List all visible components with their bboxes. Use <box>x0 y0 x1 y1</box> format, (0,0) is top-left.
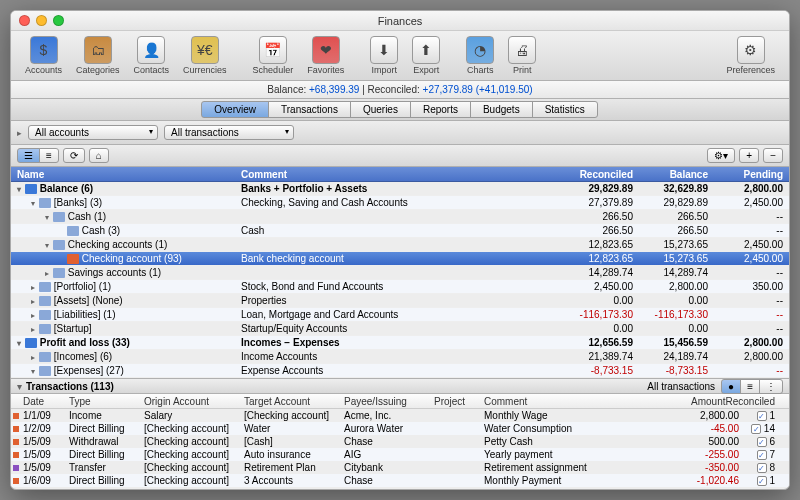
toolbar-scheduler[interactable]: 📅Scheduler <box>247 34 300 77</box>
col-project-header[interactable]: Project <box>434 396 484 407</box>
add-button[interactable]: + <box>739 148 759 163</box>
trans-reconciled: ✓ 13 <box>739 488 789 489</box>
disclosure-icon[interactable]: ▾ <box>45 241 53 250</box>
account-row[interactable]: ▾ [Expenses] (27) Expense Accounts -8,73… <box>11 364 789 378</box>
disclosure-icon[interactable]: ▾ <box>17 185 25 194</box>
account-row[interactable]: Cash (3) Cash 266.50 266.50 -- <box>11 224 789 238</box>
list-view-button[interactable]: ☰ <box>17 148 40 163</box>
tab-transactions[interactable]: Transactions <box>268 101 351 118</box>
reconciled-checkbox[interactable]: ✓ <box>757 437 767 447</box>
trans-reconciled: ✓ 14 <box>739 423 789 435</box>
account-balance: 0.00 <box>639 323 714 334</box>
reconciled-checkbox[interactable]: ✓ <box>757 463 767 473</box>
transaction-row[interactable]: 1/6/09 Direct Billing [Checking account]… <box>11 474 789 487</box>
account-row[interactable]: ▾ [Banks] (3) Checking, Saving and Cash … <box>11 196 789 210</box>
account-filter-select[interactable]: All accounts <box>28 125 158 140</box>
col-reconciled-header[interactable]: Reconciled <box>726 396 789 407</box>
trans-view1-button[interactable]: ● <box>721 379 741 394</box>
transaction-row[interactable]: 1/2/09 Direct Billing [Checking account]… <box>11 422 789 435</box>
accounts-tree[interactable]: ▾ Balance (6) Banks + Portfolio + Assets… <box>11 182 789 378</box>
col-pending-header[interactable]: Pending <box>714 169 789 180</box>
reconciled-checkbox[interactable]: ✓ <box>757 476 767 486</box>
trans-comment: Retirement assignment <box>484 462 679 473</box>
transaction-row[interactable]: 1/5/09 Withdrawal [Checking account] [Ca… <box>11 435 789 448</box>
account-row[interactable]: ▸ [Incomes] (6) Income Accounts 21,389.7… <box>11 350 789 364</box>
toolbar-import[interactable]: ⬇Import <box>364 34 404 77</box>
disclosure-icon[interactable]: ▸ <box>31 325 39 334</box>
account-row[interactable]: ▸ [Liabilities] (1) Loan, Mortgage and C… <box>11 308 789 322</box>
disclosure-icon[interactable]: ▾ <box>17 339 25 348</box>
trans-date: 1/5/09 <box>19 449 69 460</box>
disclosure-icon[interactable]: ▸ <box>17 128 22 138</box>
grid-view-button[interactable]: ≡ <box>39 148 59 163</box>
tab-queries[interactable]: Queries <box>350 101 411 118</box>
reconciled-checkbox[interactable]: ✓ <box>757 450 767 460</box>
transactions-list[interactable]: 1/1/09 Income Salary [Checking account] … <box>11 409 789 489</box>
reconciled-checkbox[interactable]: ✓ <box>751 424 761 434</box>
gear-button[interactable]: ⚙▾ <box>707 148 735 163</box>
disclosure-icon[interactable]: ▸ <box>31 353 39 362</box>
col-type-header[interactable]: Type <box>69 396 144 407</box>
col-balance-header[interactable]: Balance <box>639 169 714 180</box>
account-row[interactable]: ▾ Cash (1) 266.50 266.50 -- <box>11 210 789 224</box>
titlebar[interactable]: Finances <box>11 11 789 31</box>
trans-view2-button[interactable]: ≡ <box>740 379 760 394</box>
col-target-header[interactable]: Target Account <box>244 396 344 407</box>
account-balance: 24,189.74 <box>639 351 714 362</box>
account-row[interactable]: ▸ Savings accounts (1) 14,289.74 14,289.… <box>11 266 789 280</box>
account-row[interactable]: Checking account (93) Bank checking acco… <box>11 252 789 266</box>
toolbar-print[interactable]: 🖨Print <box>502 34 542 77</box>
disclosure-icon[interactable]: ▸ <box>31 311 39 320</box>
transaction-row[interactable]: 1/5/09 Direct Billing [Checking account]… <box>11 448 789 461</box>
col-amount-header[interactable]: Amount <box>666 396 726 407</box>
tab-statistics[interactable]: Statistics <box>532 101 598 118</box>
trans-date: 1/5/09 <box>19 462 69 473</box>
toolbar-export[interactable]: ⬆Export <box>406 34 446 77</box>
account-pending: 2,800.00 <box>714 351 789 362</box>
col-date-header[interactable]: Date <box>19 396 69 407</box>
account-row[interactable]: ▸ [Assets] (None) Properties 0.00 0.00 -… <box>11 294 789 308</box>
trans-target: Retirement Plan <box>244 462 344 473</box>
trans-origin: [Checking account] <box>144 488 244 489</box>
col-origin-header[interactable]: Origin Account <box>144 396 244 407</box>
refresh-button[interactable]: ⟳ <box>63 148 85 163</box>
trans-type: Transfer <box>69 462 144 473</box>
transaction-row[interactable]: 1/1/09 Income Salary [Checking account] … <box>11 409 789 422</box>
disclosure-icon[interactable]: ▾ <box>31 367 39 376</box>
transaction-filter-select[interactable]: All transactions <box>164 125 294 140</box>
toolbar-categories[interactable]: 🗂Categories <box>70 34 126 77</box>
toolbar-currencies[interactable]: ¥€Currencies <box>177 34 233 77</box>
col-name-header[interactable]: Name <box>11 169 241 180</box>
disclosure-icon[interactable]: ▸ <box>31 283 39 292</box>
disclosure-icon[interactable]: ▸ <box>45 269 53 278</box>
disclosure-icon[interactable]: ▾ <box>31 199 39 208</box>
transaction-row[interactable]: 1/10/09 Card Payment [Checking account] … <box>11 487 789 489</box>
account-row[interactable]: ▾ Checking accounts (1) 12,823.65 15,273… <box>11 238 789 252</box>
home-button[interactable]: ⌂ <box>89 148 109 163</box>
tab-overview[interactable]: Overview <box>201 101 269 118</box>
trans-date: 1/10/09 <box>19 488 69 489</box>
col-reconciled-header[interactable]: Reconciled <box>564 169 639 180</box>
content-area: Name Comment Reconciled Balance Pending … <box>11 167 789 489</box>
col-comment-header[interactable]: Comment <box>241 169 564 180</box>
toolbar-contacts[interactable]: 👤Contacts <box>128 34 176 77</box>
disclosure-icon[interactable]: ▾ <box>17 381 22 392</box>
tab-reports[interactable]: Reports <box>410 101 471 118</box>
col-payee-header[interactable]: Payee/Issuing <box>344 396 434 407</box>
toolbar-favorites[interactable]: ❤Favorites <box>301 34 350 77</box>
account-row[interactable]: ▸ [Portfolio] (1) Stock, Bond and Fund A… <box>11 280 789 294</box>
disclosure-icon[interactable]: ▾ <box>45 213 53 222</box>
account-row[interactable]: ▸ [Startup] Startup/Equity Accounts 0.00… <box>11 322 789 336</box>
trans-view3-button[interactable]: ⋮ <box>759 379 783 394</box>
reconciled-checkbox[interactable]: ✓ <box>757 411 767 421</box>
disclosure-icon[interactable]: ▸ <box>31 297 39 306</box>
remove-button[interactable]: − <box>763 148 783 163</box>
transaction-row[interactable]: 1/5/09 Transfer [Checking account] Retir… <box>11 461 789 474</box>
toolbar-accounts[interactable]: $Accounts <box>19 34 68 77</box>
account-row[interactable]: ▾ Profit and loss (33) Incomes − Expense… <box>11 336 789 350</box>
col-comment-header[interactable]: Comment <box>484 396 666 407</box>
account-row[interactable]: ▾ Balance (6) Banks + Portfolio + Assets… <box>11 182 789 196</box>
toolbar-charts[interactable]: ◔Charts <box>460 34 500 77</box>
tab-budgets[interactable]: Budgets <box>470 101 533 118</box>
toolbar-preferences[interactable]: ⚙Preferences <box>720 34 781 77</box>
